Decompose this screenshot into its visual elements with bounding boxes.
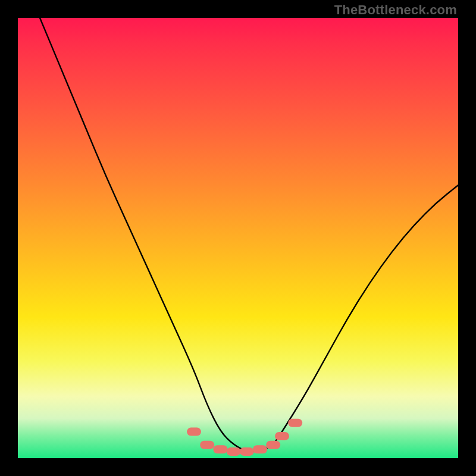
- chart-frame: TheBottleneck.com: [0, 0, 476, 476]
- marker-bead: [275, 432, 289, 440]
- marker-bead: [227, 447, 241, 456]
- marker-bead: [200, 441, 214, 449]
- watermark-text: TheBottleneck.com: [334, 2, 457, 18]
- marker-bead: [240, 447, 254, 456]
- bottom-markers: [187, 419, 302, 456]
- plot-area: [18, 18, 458, 458]
- marker-bead: [266, 441, 280, 449]
- bottleneck-curve: [40, 18, 458, 452]
- marker-bead: [187, 428, 201, 436]
- curve-line: [40, 18, 458, 452]
- chart-svg: [18, 18, 458, 458]
- marker-bead: [253, 445, 267, 453]
- marker-bead: [288, 419, 302, 427]
- marker-bead: [213, 445, 227, 453]
